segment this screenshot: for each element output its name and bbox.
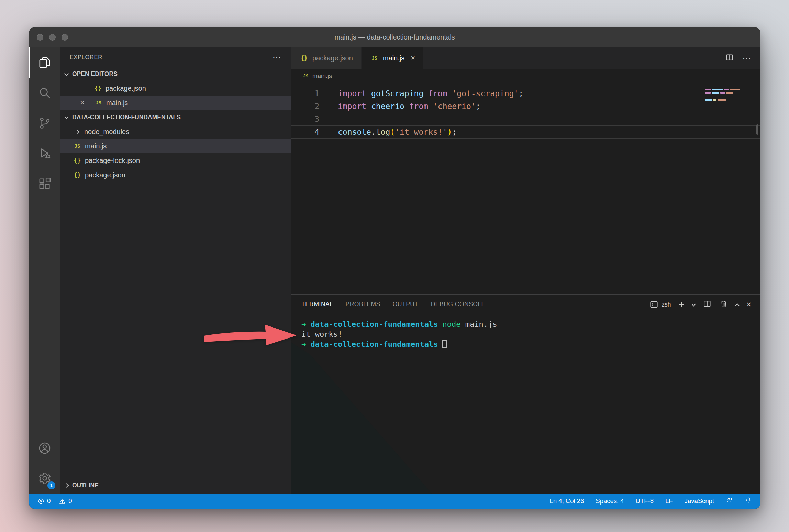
error-count: 0	[47, 497, 51, 505]
json-file-icon: {}	[73, 157, 82, 164]
terminal-command-line: → data-collection-fundamentals node main…	[301, 319, 760, 329]
problems-status[interactable]: 0 0	[37, 497, 72, 505]
scrollbar-handle[interactable]	[756, 124, 758, 135]
encoding[interactable]: UTF-8	[636, 497, 654, 505]
file-package-lock-json[interactable]: {} package-lock.json	[60, 153, 291, 168]
explorer-more-actions-icon[interactable]: ⋯	[272, 52, 281, 63]
minimize-window-button[interactable]	[49, 34, 56, 41]
status-bar: 0 0 Ln 4, Col 26 Spaces: 4 UTF-8 LF Java…	[29, 494, 760, 509]
vscode-window: main.js — data-collection-fundamentals	[29, 27, 760, 509]
close-panel-icon[interactable]: ×	[746, 300, 751, 309]
cursor-position[interactable]: Ln 4, Col 26	[550, 497, 584, 505]
open-editors-section-header[interactable]: OPEN EDITORS	[60, 67, 291, 81]
zoom-window-button[interactable]	[62, 34, 68, 41]
split-terminal-icon[interactable]	[703, 299, 712, 310]
window-title: main.js — data-collection-fundamentals	[334, 33, 455, 41]
kill-terminal-icon[interactable]	[719, 299, 728, 310]
tab-debug-console[interactable]: DEBUG CONSOLE	[431, 295, 486, 314]
code-line: 1 import gotScraping from 'got-scraping'…	[291, 87, 760, 100]
code-editor[interactable]: 1 import gotScraping from 'got-scraping'…	[291, 83, 760, 294]
settings-badge: 1	[47, 481, 55, 489]
code-line-current: 4 console.log('it works!');	[291, 125, 760, 139]
tab-output[interactable]: OUTPUT	[393, 295, 419, 314]
code-line: 2 import cheerio from 'cheerio';	[291, 100, 760, 113]
split-editor-icon[interactable]	[725, 53, 734, 63]
desktop-background: main.js — data-collection-fundamentals	[0, 0, 789, 532]
close-editor-icon[interactable]: ×	[80, 98, 91, 107]
js-file-icon: JS	[73, 143, 82, 149]
workspace-section-header[interactable]: DATA-COLLECTION-FUNDAMENTALS	[60, 110, 291, 124]
open-editor-package-json[interactable]: {} package.json	[60, 81, 291, 96]
terminal-prompt-line: → data-collection-fundamentals	[301, 339, 760, 349]
open-editor-main-js[interactable]: × JS main.js	[60, 96, 291, 110]
tab-terminal[interactable]: TERMINAL	[301, 295, 333, 314]
line-number: 2	[291, 100, 319, 113]
warning-icon	[59, 498, 66, 505]
open-editor-label: main.js	[106, 99, 128, 107]
terminal-output-line: it works!	[301, 329, 760, 339]
sidebar-title: EXPLORER	[70, 54, 102, 60]
indentation[interactable]: Spaces: 4	[596, 497, 624, 505]
launch-profile-button[interactable]: zsh	[649, 300, 671, 309]
maximize-panel-icon[interactable]	[735, 303, 740, 308]
red-arrow-annotation	[202, 322, 298, 348]
tab-main-js[interactable]: JS main.js ×	[362, 47, 424, 69]
error-icon	[37, 498, 45, 505]
terminal-cursor	[442, 340, 447, 348]
terminal-icon	[649, 300, 658, 309]
tree-item-label: package-lock.json	[85, 157, 140, 165]
account-icon[interactable]	[29, 433, 60, 463]
close-tab-icon[interactable]: ×	[411, 54, 415, 63]
tree-item-label: node_modules	[84, 128, 129, 136]
folder-node-modules[interactable]: node_modules	[60, 124, 291, 139]
titlebar: main.js — data-collection-fundamentals	[29, 27, 760, 47]
outline-section-header[interactable]: OUTLINE	[60, 477, 291, 494]
minimap[interactable]	[705, 89, 744, 102]
json-file-icon: {}	[73, 171, 82, 178]
warning-count: 0	[68, 497, 72, 505]
breadcrumb[interactable]: JS main.js	[291, 69, 760, 83]
code-line: 3	[291, 113, 760, 125]
chevron-right-icon	[75, 130, 79, 134]
settings-gear-icon[interactable]: 1	[29, 463, 60, 494]
close-window-button[interactable]	[37, 34, 43, 41]
tab-problems[interactable]: PROBLEMS	[345, 295, 380, 314]
line-number: 1	[291, 87, 319, 100]
notifications-bell-icon[interactable]	[745, 497, 752, 506]
explorer-icon[interactable]	[29, 47, 60, 78]
file-main-js[interactable]: JS main.js	[60, 139, 291, 153]
tree-item-label: package.json	[85, 171, 125, 179]
tab-package-json[interactable]: {} package.json	[291, 47, 362, 69]
search-icon[interactable]	[29, 78, 60, 108]
tree-item-label: main.js	[85, 142, 107, 150]
js-file-icon: JS	[94, 100, 103, 106]
open-editor-label: package.json	[105, 85, 146, 92]
language-mode[interactable]: JavaScript	[685, 497, 714, 505]
window-controls	[37, 27, 68, 47]
activity-bar: 1	[29, 47, 60, 494]
terminal-output[interactable]: → data-collection-fundamentals node main…	[291, 314, 760, 349]
chevron-right-icon	[64, 483, 69, 488]
panel-header: TERMINAL PROBLEMS OUTPUT DEBUG CONSOLE z…	[291, 295, 760, 314]
feedback-icon[interactable]	[726, 497, 733, 506]
shell-label: zsh	[662, 301, 671, 308]
line-number: 3	[291, 113, 319, 125]
eol-sequence[interactable]: LF	[665, 497, 673, 505]
explorer-sidebar: EXPLORER ⋯ OPEN EDITORS {} package.json …	[60, 47, 291, 494]
json-file-icon: {}	[93, 85, 103, 92]
terminal-panel: TERMINAL PROBLEMS OUTPUT DEBUG CONSOLE z…	[291, 294, 760, 494]
tab-label: package.json	[312, 54, 353, 62]
json-file-icon: {}	[299, 55, 309, 62]
source-control-icon[interactable]	[29, 108, 60, 138]
js-file-icon: JS	[302, 74, 310, 78]
chevron-down-icon	[64, 71, 69, 76]
extensions-icon[interactable]	[29, 168, 60, 199]
js-file-icon: JS	[370, 55, 379, 61]
new-terminal-icon[interactable]: +	[678, 299, 685, 310]
line-number: 4	[291, 126, 319, 138]
editor-more-actions-icon[interactable]: ⋯	[742, 53, 751, 64]
terminal-dropdown-icon[interactable]	[691, 302, 696, 306]
tab-label: main.js	[383, 54, 404, 62]
file-package-json[interactable]: {} package.json	[60, 168, 291, 182]
run-debug-icon[interactable]	[29, 138, 60, 168]
